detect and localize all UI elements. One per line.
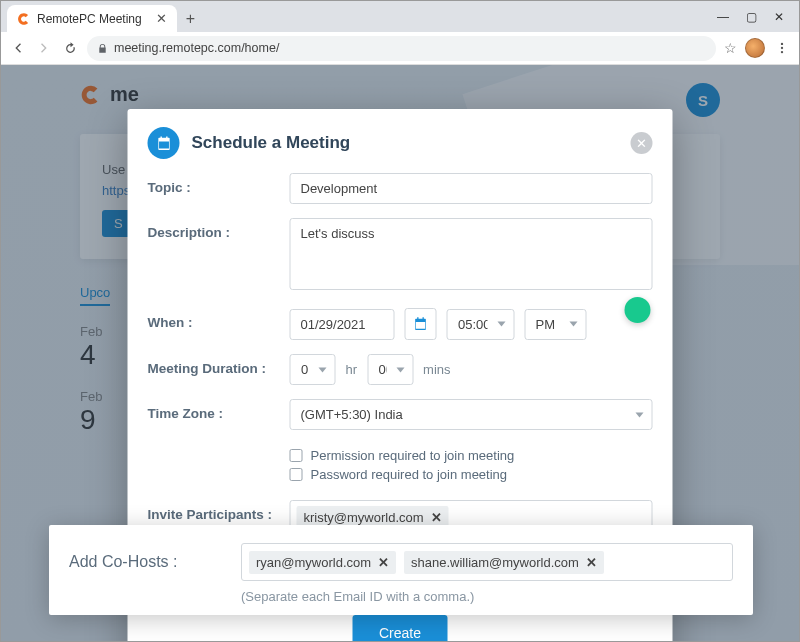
password-checkbox[interactable] [290, 468, 303, 481]
topic-input[interactable] [290, 173, 653, 204]
modal-title: Schedule a Meeting [192, 133, 351, 153]
description-label: Description : [148, 218, 290, 240]
remove-cohost-icon[interactable]: ✕ [586, 555, 597, 570]
duration-mins-select[interactable] [367, 354, 413, 385]
create-button[interactable]: Create [353, 615, 447, 641]
date-input[interactable] [290, 309, 395, 340]
timezone-select[interactable] [290, 399, 653, 430]
password-checkbox-row[interactable]: Password required to join meeting [290, 467, 653, 482]
minimize-button[interactable]: — [709, 1, 737, 32]
cohost-tag: shane.william@myworld.com ✕ [404, 551, 604, 574]
participant-email: kristy@myworld.com [304, 510, 424, 525]
calendar-picker-button[interactable] [405, 308, 437, 340]
remotepc-favicon-icon [17, 12, 31, 26]
titlebar: RemotePC Meeting ✕ + — ▢ ✕ [1, 1, 799, 32]
cohosts-label: Add Co-Hosts : [69, 553, 241, 571]
svg-point-1 [781, 47, 783, 49]
reload-button[interactable] [61, 39, 79, 57]
duration-hours-select[interactable] [290, 354, 336, 385]
permission-check-label: Permission required to join meeting [311, 448, 515, 463]
invite-label: Invite Participants : [148, 500, 290, 522]
hr-label: hr [346, 362, 358, 377]
close-window-button[interactable]: ✕ [765, 1, 793, 32]
window-controls: — ▢ ✕ [709, 1, 799, 32]
tab-title: RemotePC Meeting [37, 12, 142, 26]
forward-button[interactable] [35, 39, 53, 57]
svg-point-0 [781, 43, 783, 45]
lock-icon [97, 43, 108, 54]
assist-badge-icon[interactable] [625, 297, 651, 323]
calendar-icon [148, 127, 180, 159]
tab-close-icon[interactable]: ✕ [156, 11, 167, 26]
new-tab-button[interactable]: + [177, 5, 204, 32]
address-bar: meeting.remotepc.com/home/ ☆ [1, 32, 799, 65]
time-select[interactable] [447, 309, 515, 340]
modal-header: Schedule a Meeting ✕ [128, 109, 673, 173]
browser-window: RemotePC Meeting ✕ + — ▢ ✕ meeting.remot… [0, 0, 800, 642]
description-input[interactable]: Let's discuss [290, 218, 653, 290]
svg-point-2 [781, 51, 783, 53]
back-button[interactable] [9, 39, 27, 57]
calendar-picker-icon [413, 316, 429, 332]
cohost-tag: ryan@myworld.com ✕ [249, 551, 396, 574]
address-url: meeting.remotepc.com/home/ [114, 41, 279, 55]
page-content: me S Use https S Upco Feb 4 Feb 9 [1, 65, 799, 641]
modal-close-button[interactable]: ✕ [631, 132, 653, 154]
permission-checkbox[interactable] [290, 449, 303, 462]
spacer [148, 444, 290, 451]
remove-cohost-icon[interactable]: ✕ [378, 555, 389, 570]
password-check-label: Password required to join meeting [311, 467, 508, 482]
menu-button[interactable] [773, 39, 791, 57]
ampm-select[interactable] [525, 309, 587, 340]
create-button-label: Create [379, 625, 421, 641]
cohosts-panel: Add Co-Hosts : ryan@myworld.com ✕ shane.… [49, 525, 753, 615]
profile-avatar[interactable] [745, 38, 765, 58]
duration-label: Meeting Duration : [148, 354, 290, 376]
bookmark-star-icon[interactable]: ☆ [724, 40, 737, 56]
topic-label: Topic : [148, 173, 290, 195]
maximize-button[interactable]: ▢ [737, 1, 765, 32]
tabs-strip: RemotePC Meeting ✕ + [1, 1, 709, 32]
address-field[interactable]: meeting.remotepc.com/home/ [87, 36, 716, 61]
mins-label: mins [423, 362, 450, 377]
cohost-email: shane.william@myworld.com [411, 555, 579, 570]
timezone-label: Time Zone : [148, 399, 290, 421]
remove-participant-icon[interactable]: ✕ [431, 510, 442, 525]
cohosts-help-text: (Separate each Email ID with a comma.) [241, 589, 733, 604]
when-label: When : [148, 308, 290, 330]
browser-tab[interactable]: RemotePC Meeting ✕ [7, 5, 177, 32]
permission-checkbox-row[interactable]: Permission required to join meeting [290, 448, 653, 463]
cohost-email: ryan@myworld.com [256, 555, 371, 570]
cohosts-input[interactable]: ryan@myworld.com ✕ shane.william@myworld… [241, 543, 733, 581]
